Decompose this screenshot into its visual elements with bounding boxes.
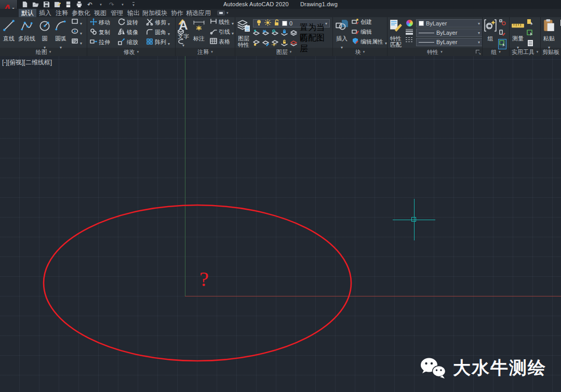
leader-button[interactable]: 引线 (210, 27, 234, 37)
layer-properties-button[interactable]: 图层 特性 (237, 17, 250, 48)
layer-unlock2-icon[interactable] (281, 39, 288, 48)
rectangle-button[interactable] (71, 17, 82, 27)
match-layer-icon[interactable] (290, 39, 297, 48)
move-button[interactable]: 移动 (90, 18, 115, 28)
panel-layers: 图层 特性 0 ▾ (235, 17, 332, 56)
stretch-button[interactable]: 拉伸 (90, 37, 115, 47)
array-caret-icon[interactable] (168, 38, 170, 47)
color-wheel-icon[interactable] (406, 20, 413, 26)
draw-panel-label[interactable]: 绘图▾ (0, 48, 87, 56)
annotate-panel-label[interactable]: 注释▾ (176, 48, 235, 56)
tab-collaborate[interactable]: 协作 (169, 9, 185, 17)
tab-insert[interactable]: 插入 (37, 9, 53, 17)
tab-parametric[interactable]: 参数化 (71, 9, 91, 17)
make-current-icon[interactable] (290, 29, 297, 38)
measure-button[interactable]: 测量 (511, 17, 525, 51)
linear-dim-button[interactable]: 线性 (210, 17, 234, 27)
tab-featured-apps[interactable]: 精选应用 (186, 9, 211, 17)
layer-freeze-icon[interactable] (262, 29, 269, 38)
undo-caret-icon[interactable]: ▾ (97, 1, 104, 8)
hatch-icon (71, 37, 78, 47)
create-block-button[interactable]: 创建 (352, 17, 387, 27)
drawn-ellipse[interactable] (0, 56, 561, 392)
linetype-dropdown-caret-icon: ▾ (478, 40, 480, 45)
tab-default[interactable]: 默认 (19, 9, 36, 17)
paste-button[interactable]: 粘贴 (542, 17, 556, 51)
table-button[interactable]: 表格 (210, 37, 234, 47)
tab-manage[interactable]: 管理 (109, 9, 125, 17)
quick-select-icon[interactable] (527, 19, 534, 28)
ellipse-caret-icon[interactable] (80, 28, 82, 37)
edit-block-button[interactable]: 编辑 (352, 27, 387, 37)
arc-button[interactable]: 圆弧 (54, 17, 68, 51)
viewport-controls-label[interactable]: [-][俯视][二维线框] (2, 58, 52, 67)
cut-icon[interactable] (559, 19, 561, 29)
tab-annotate[interactable]: 注释 (54, 9, 70, 17)
fillet-button[interactable]: 圆角 (146, 28, 174, 37)
block-panel-label[interactable]: 块▾ (333, 48, 387, 56)
layers-panel-label[interactable]: 图层▾ (235, 48, 332, 56)
line-button[interactable]: 直线 (2, 17, 16, 42)
hatch-caret-icon[interactable] (80, 37, 82, 47)
layer-lock-icon[interactable] (281, 29, 288, 38)
redo-caret-icon[interactable]: ▾ (119, 1, 126, 8)
ungroup-icon[interactable] (499, 19, 506, 28)
utilities-panel-label[interactable]: 实用工具▾ (510, 48, 540, 56)
group-button[interactable]: 组 (484, 17, 497, 42)
layer-walk-icon[interactable] (253, 39, 260, 48)
polyline-button[interactable]: 多段线 (18, 17, 35, 42)
circle-button[interactable]: 圆 (38, 17, 51, 51)
tab-view[interactable]: 视图 (92, 9, 108, 17)
layer-off-icon[interactable] (272, 29, 278, 38)
trim-button[interactable]: 修剪 (146, 18, 174, 28)
new-file-button[interactable] (21, 1, 28, 8)
group-edit-icon[interactable] (499, 29, 506, 38)
workspace-icon[interactable]: ▾ (217, 10, 229, 16)
linetype-icon[interactable] (406, 37, 413, 42)
lineweight-icon[interactable] (406, 29, 413, 35)
group-panel-label[interactable]: 组▾ (483, 48, 509, 56)
properties-panel-label[interactable]: 特性▾ (388, 48, 482, 56)
open-folder-button[interactable] (32, 1, 39, 8)
modify-panel-label[interactable]: 修改▾ (87, 48, 175, 56)
clipboard-panel-label[interactable]: 剪贴板 (541, 48, 561, 56)
save-as-button[interactable] (54, 1, 61, 8)
select-all-icon[interactable] (527, 29, 534, 38)
fillet-icon (146, 28, 153, 37)
linetype-dropdown[interactable]: ByLayer ▾ (416, 38, 483, 46)
insert-block-button[interactable]: 插入 (335, 17, 349, 51)
hatch-button[interactable] (71, 37, 82, 47)
edit-attributes-button[interactable]: 编辑属性 (352, 37, 387, 47)
leader-caret-icon[interactable] (232, 28, 234, 37)
layer-edit-icon[interactable] (262, 39, 269, 48)
undo-button[interactable]: ↶ (86, 1, 94, 8)
scale-button[interactable]: 缩放 (118, 37, 143, 47)
dimension-button[interactable]: 标注 (192, 17, 206, 42)
drawing-canvas[interactable]: ? [-][俯视][二维线框] 大水牛测绘 (0, 56, 561, 392)
properties-dialog-launcher[interactable] (476, 50, 480, 55)
rectangle-caret-icon[interactable] (80, 18, 82, 27)
copy-button[interactable]: 复制 (90, 28, 115, 37)
save-button[interactable] (43, 1, 50, 8)
tab-addins[interactable]: 附加模块 (142, 9, 167, 17)
text-button[interactable]: A 文字 (178, 17, 189, 49)
tab-output[interactable]: 输出 (126, 9, 141, 17)
match-properties-button[interactable]: 特性 匹配 (389, 17, 403, 48)
fillet-caret-icon[interactable] (168, 28, 170, 37)
redo-button[interactable]: ↷ (108, 1, 115, 8)
print-button[interactable] (75, 1, 83, 8)
ellipse-button[interactable] (71, 27, 82, 37)
array-button[interactable]: 阵列 (146, 37, 174, 47)
layer-isolate-icon[interactable] (253, 29, 260, 38)
qat-customize-button[interactable]: ▾ (130, 1, 137, 8)
linear-caret-icon[interactable] (232, 18, 234, 27)
layer-thaw-icon[interactable] (272, 39, 278, 48)
object-color-dropdown[interactable]: ByLayer ▾ (416, 19, 483, 28)
paste-icon (542, 19, 556, 34)
trim-caret-icon[interactable] (168, 18, 170, 28)
rotate-button[interactable]: 旋转 (118, 18, 143, 28)
lineweight-dropdown[interactable]: ByLayer ▾ (416, 29, 483, 37)
mirror-button[interactable]: 镜像 (118, 28, 143, 37)
plot-button[interactable] (64, 1, 72, 8)
title-bar: Autodesk AutoCAD 2020Drawing1.dwg ↶ ▾ ↷ … (0, 0, 561, 9)
